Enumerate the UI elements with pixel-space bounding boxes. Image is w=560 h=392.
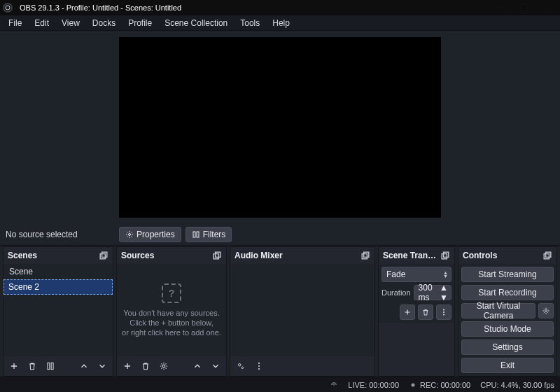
trash-icon xyxy=(27,361,37,371)
scenes-header: Scenes xyxy=(4,247,113,264)
filters-icon xyxy=(192,230,200,239)
scene-filters-button[interactable] xyxy=(43,358,58,374)
window-title: OBS 29.1.3 - Profile: Untitled - Scenes:… xyxy=(17,4,497,12)
svg-point-20 xyxy=(258,363,260,364)
svg-rect-23 xyxy=(442,254,447,259)
transitions-header: Scene Transitions xyxy=(379,247,454,264)
start-virtual-camera-button[interactable]: Start Virtual Camera xyxy=(461,303,536,318)
close-button[interactable] xyxy=(542,3,552,13)
menu-profile[interactable]: Profile xyxy=(122,17,158,29)
scenes-list[interactable]: Scene Scene 2 xyxy=(4,264,113,356)
move-source-up-button[interactable] xyxy=(190,358,205,374)
transitions-body: Fade ▲▼ Duration 300 ms ▲▼ xyxy=(379,264,454,323)
audio-mixer-dock: Audio Mixer xyxy=(230,246,375,377)
sources-toolbar xyxy=(117,356,226,376)
svg-rect-29 xyxy=(546,252,551,257)
sources-empty-state: ? You don't have any sources. Click the … xyxy=(117,264,226,356)
record-icon xyxy=(409,381,417,389)
remove-source-button[interactable] xyxy=(138,358,153,374)
svg-rect-8 xyxy=(197,232,199,237)
popout-icon[interactable] xyxy=(212,251,222,260)
menu-help[interactable]: Help xyxy=(267,17,295,29)
mixer-menu-button[interactable] xyxy=(251,358,267,374)
question-icon: ? xyxy=(162,284,181,303)
scene-item[interactable]: Scene 2 xyxy=(4,279,113,295)
svg-rect-24 xyxy=(444,252,449,257)
plus-icon xyxy=(9,361,19,371)
svg-rect-9 xyxy=(100,254,105,259)
popout-icon[interactable] xyxy=(99,251,108,260)
plus-icon xyxy=(402,307,412,317)
remove-transition-button[interactable] xyxy=(418,304,433,320)
svg-point-6 xyxy=(129,234,131,236)
start-streaming-button[interactable]: Start Streaming xyxy=(461,267,554,282)
filter-icon xyxy=(46,361,55,371)
dots-vertical-icon xyxy=(439,307,449,317)
transition-properties-button[interactable] xyxy=(436,304,451,320)
svg-rect-7 xyxy=(193,232,195,237)
preview-canvas[interactable] xyxy=(119,37,441,218)
properties-button[interactable]: Properties xyxy=(119,227,181,242)
svg-rect-16 xyxy=(362,254,367,259)
scene-item[interactable]: Scene xyxy=(4,264,113,279)
status-live: LIVE: 00:00:00 xyxy=(348,381,399,389)
svg-point-26 xyxy=(443,312,444,313)
source-properties-button[interactable] xyxy=(156,358,172,374)
popout-icon[interactable] xyxy=(440,251,450,260)
move-scene-down-button[interactable] xyxy=(94,358,110,374)
menu-tools[interactable]: Tools xyxy=(234,17,265,29)
svg-rect-11 xyxy=(48,363,50,369)
add-transition-button[interactable] xyxy=(400,304,415,320)
studio-mode-button[interactable]: Studio Mode xyxy=(461,321,554,337)
move-scene-up-button[interactable] xyxy=(76,358,92,374)
minimize-button[interactable] xyxy=(497,3,507,13)
gear-icon xyxy=(542,307,550,315)
virtual-camera-settings-button[interactable] xyxy=(538,303,554,318)
advanced-audio-button[interactable] xyxy=(233,358,248,374)
mixer-body xyxy=(230,264,374,356)
dots-vertical-icon xyxy=(254,361,264,371)
svg-rect-28 xyxy=(544,254,549,259)
filters-button[interactable]: Filters xyxy=(186,227,232,242)
menu-view[interactable]: View xyxy=(56,17,85,29)
transition-select[interactable]: Fade ▲▼ xyxy=(382,267,451,282)
trash-icon xyxy=(421,307,430,317)
mixer-toolbar xyxy=(230,356,374,376)
gears-icon xyxy=(236,361,246,371)
remove-scene-button[interactable] xyxy=(24,358,40,374)
popout-icon[interactable] xyxy=(360,251,370,260)
popout-icon[interactable] xyxy=(542,251,552,260)
duration-spinner[interactable]: 300 ms ▲▼ xyxy=(414,285,451,300)
menu-edit[interactable]: Edit xyxy=(29,17,55,29)
scenes-toolbar xyxy=(4,356,113,376)
exit-button[interactable]: Exit xyxy=(461,358,554,373)
sources-dock: Sources ? You don't have any sources. Cl… xyxy=(116,246,227,377)
svg-point-32 xyxy=(412,383,415,386)
controls-dock: Controls Start Streaming Start Recording… xyxy=(458,246,557,377)
source-toolbar: No source selected Properties Filters xyxy=(0,224,560,246)
chevron-up-icon xyxy=(192,361,202,371)
chevron-down-icon xyxy=(211,361,220,371)
menu-scene-collection[interactable]: Scene Collection xyxy=(159,17,233,29)
sources-header: Sources xyxy=(117,247,226,264)
settings-button[interactable]: Settings xyxy=(461,340,554,355)
maximize-button[interactable] xyxy=(519,3,529,13)
chevron-up-icon xyxy=(79,361,89,371)
status-signal xyxy=(330,381,338,389)
chevron-down-icon xyxy=(97,361,107,371)
svg-point-21 xyxy=(258,365,260,367)
menu-docks[interactable]: Docks xyxy=(87,17,121,29)
add-scene-button[interactable] xyxy=(6,358,22,374)
menu-file[interactable]: File xyxy=(3,17,27,29)
controls-header: Controls xyxy=(458,247,556,264)
scenes-dock: Scenes Scene Scene 2 xyxy=(3,246,113,377)
preview-area xyxy=(0,31,560,224)
move-source-down-button[interactable] xyxy=(208,358,223,374)
sources-list[interactable]: ? You don't have any sources. Click the … xyxy=(117,264,226,356)
status-rec: REC: 00:00:00 xyxy=(409,381,470,389)
start-recording-button[interactable]: Start Recording xyxy=(461,285,554,300)
add-source-button[interactable] xyxy=(120,358,135,374)
broadcast-icon xyxy=(330,381,338,389)
updown-icon: ▲▼ xyxy=(443,271,448,278)
menubar: File Edit View Docks Profile Scene Colle… xyxy=(0,15,560,31)
